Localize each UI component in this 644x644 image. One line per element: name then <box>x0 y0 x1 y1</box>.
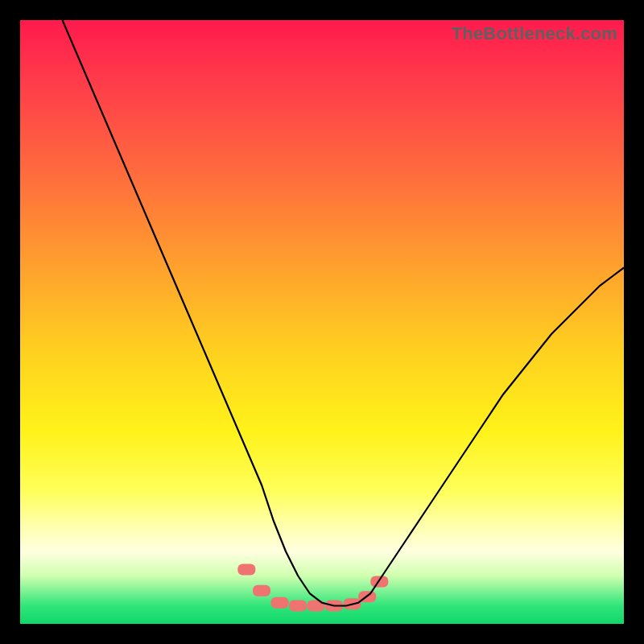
marker-point <box>289 601 307 612</box>
marker-point <box>237 564 255 576</box>
chart-svg <box>20 20 624 624</box>
marker-point <box>271 597 289 609</box>
chart-plot-area: TheBottleneck.com <box>20 20 624 624</box>
chart-frame: TheBottleneck.com <box>0 0 644 644</box>
bottleneck-curve <box>63 20 625 606</box>
marker-cluster <box>237 564 388 612</box>
marker-point <box>253 585 270 597</box>
